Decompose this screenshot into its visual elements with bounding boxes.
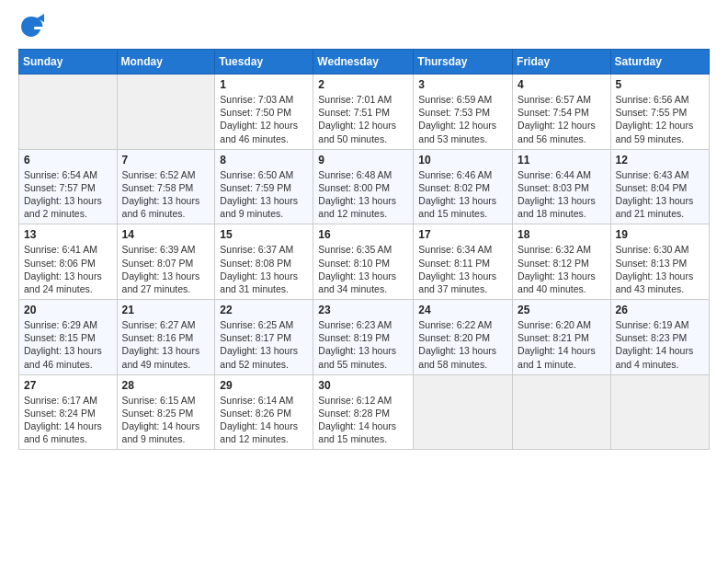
calendar-week-2: 6Sunrise: 6:54 AMSunset: 7:57 PMDaylight… [19,149,710,224]
day-detail: Sunrise: 6:34 AMSunset: 8:11 PMDaylight:… [418,243,507,295]
day-detail: Sunrise: 6:37 AMSunset: 8:08 PMDaylight:… [220,243,308,295]
calendar-cell: 13Sunrise: 6:41 AMSunset: 8:06 PMDayligh… [19,224,118,300]
calendar-cell: 12Sunrise: 6:43 AMSunset: 8:04 PMDayligh… [610,149,709,224]
logo [18,14,48,40]
day-number: 24 [418,304,507,316]
day-detail: Sunrise: 6:35 AMSunset: 8:10 PMDaylight:… [318,243,408,295]
day-number: 26 [616,304,704,316]
calendar-cell: 26Sunrise: 6:19 AMSunset: 8:23 PMDayligh… [610,300,709,375]
calendar-header-thursday: Thursday [414,50,513,75]
calendar-header-monday: Monday [117,50,215,75]
calendar-cell: 27Sunrise: 6:17 AMSunset: 8:24 PMDayligh… [19,374,118,450]
day-number: 7 [122,154,210,167]
day-detail: Sunrise: 6:54 AMSunset: 7:57 PMDaylight:… [24,168,112,221]
calendar-week-3: 13Sunrise: 6:41 AMSunset: 8:06 PMDayligh… [19,224,710,300]
day-number: 23 [318,304,408,316]
calendar-header-row: SundayMondayTuesdayWednesdayThursdayFrid… [19,50,710,75]
day-number: 25 [518,304,606,316]
day-number: 17 [418,228,507,241]
calendar-cell: 1Sunrise: 7:03 AMSunset: 7:50 PMDaylight… [215,75,313,150]
calendar-header-wednesday: Wednesday [313,50,414,75]
day-number: 2 [318,78,408,91]
day-detail: Sunrise: 6:59 AMSunset: 7:53 PMDaylight:… [418,93,507,145]
day-number: 11 [518,154,606,167]
calendar-cell [610,374,709,450]
calendar-cell [513,374,611,450]
calendar-header-saturday: Saturday [610,50,709,75]
calendar-cell: 28Sunrise: 6:15 AMSunset: 8:25 PMDayligh… [117,374,215,450]
calendar-header-sunday: Sunday [19,50,118,75]
day-number: 12 [616,154,704,167]
day-detail: Sunrise: 6:44 AMSunset: 8:03 PMDaylight:… [518,168,606,221]
calendar-cell: 3Sunrise: 6:59 AMSunset: 7:53 PMDaylight… [414,75,513,150]
day-detail: Sunrise: 6:12 AMSunset: 8:28 PMDaylight:… [318,394,408,446]
day-number: 13 [24,228,112,241]
day-detail: Sunrise: 6:15 AMSunset: 8:25 PMDaylight:… [122,394,210,446]
day-detail: Sunrise: 6:32 AMSunset: 8:12 PMDaylight:… [518,243,606,295]
calendar-cell: 22Sunrise: 6:25 AMSunset: 8:17 PMDayligh… [215,300,313,375]
day-detail: Sunrise: 6:14 AMSunset: 8:26 PMDaylight:… [220,394,308,446]
day-number: 29 [220,379,308,392]
calendar-cell: 15Sunrise: 6:37 AMSunset: 8:08 PMDayligh… [215,224,313,300]
day-number: 27 [24,379,112,392]
day-detail: Sunrise: 6:27 AMSunset: 8:16 PMDaylight:… [122,318,210,371]
calendar-cell [414,374,513,450]
calendar-cell: 16Sunrise: 6:35 AMSunset: 8:10 PMDayligh… [313,224,414,300]
day-number: 14 [122,228,210,241]
day-detail: Sunrise: 6:17 AMSunset: 8:24 PMDaylight:… [24,394,112,446]
calendar-cell: 14Sunrise: 6:39 AMSunset: 8:07 PMDayligh… [117,224,215,300]
calendar-header-friday: Friday [513,50,611,75]
day-number: 10 [418,154,507,167]
day-number: 16 [318,228,408,241]
calendar-cell: 30Sunrise: 6:12 AMSunset: 8:28 PMDayligh… [313,374,414,450]
calendar-cell: 11Sunrise: 6:44 AMSunset: 8:03 PMDayligh… [513,149,611,224]
calendar-cell: 9Sunrise: 6:48 AMSunset: 8:00 PMDaylight… [313,149,414,224]
calendar-cell: 19Sunrise: 6:30 AMSunset: 8:13 PMDayligh… [610,224,709,300]
day-number: 3 [418,78,507,91]
day-detail: Sunrise: 7:03 AMSunset: 7:50 PMDaylight:… [220,93,308,145]
day-detail: Sunrise: 6:29 AMSunset: 8:15 PMDaylight:… [24,318,112,371]
day-detail: Sunrise: 6:25 AMSunset: 8:17 PMDaylight:… [220,318,308,371]
calendar-week-5: 27Sunrise: 6:17 AMSunset: 8:24 PMDayligh… [19,374,710,450]
day-number: 15 [220,228,308,241]
calendar-cell: 4Sunrise: 6:57 AMSunset: 7:54 PMDaylight… [513,75,611,150]
day-detail: Sunrise: 6:52 AMSunset: 7:58 PMDaylight:… [122,168,210,221]
day-detail: Sunrise: 6:50 AMSunset: 7:59 PMDaylight:… [220,168,308,221]
day-detail: Sunrise: 6:20 AMSunset: 8:21 PMDaylight:… [518,318,606,371]
calendar-week-1: 1Sunrise: 7:03 AMSunset: 7:50 PMDaylight… [19,75,710,150]
header [18,14,710,40]
day-detail: Sunrise: 6:56 AMSunset: 7:55 PMDaylight:… [616,93,704,145]
calendar-cell: 23Sunrise: 6:23 AMSunset: 8:19 PMDayligh… [313,300,414,375]
calendar-week-4: 20Sunrise: 6:29 AMSunset: 8:15 PMDayligh… [19,300,710,375]
day-detail: Sunrise: 6:39 AMSunset: 8:07 PMDaylight:… [122,243,210,295]
day-number: 30 [318,379,408,392]
day-detail: Sunrise: 6:30 AMSunset: 8:13 PMDaylight:… [616,243,704,295]
calendar-cell: 18Sunrise: 6:32 AMSunset: 8:12 PMDayligh… [513,224,611,300]
day-detail: Sunrise: 6:23 AMSunset: 8:19 PMDaylight:… [318,318,408,371]
day-number: 20 [24,304,112,316]
day-number: 28 [122,379,210,392]
day-detail: Sunrise: 6:43 AMSunset: 8:04 PMDaylight:… [616,168,704,221]
day-number: 21 [122,304,210,316]
day-number: 1 [220,78,308,91]
calendar-header-tuesday: Tuesday [215,50,313,75]
calendar-table: SundayMondayTuesdayWednesdayThursdayFrid… [18,49,710,450]
page: SundayMondayTuesdayWednesdayThursdayFrid… [0,0,728,563]
day-detail: Sunrise: 6:19 AMSunset: 8:23 PMDaylight:… [616,318,704,371]
calendar-cell: 6Sunrise: 6:54 AMSunset: 7:57 PMDaylight… [19,149,118,224]
calendar-cell: 5Sunrise: 6:56 AMSunset: 7:55 PMDaylight… [610,75,709,150]
day-number: 18 [518,228,606,241]
calendar-cell: 29Sunrise: 6:14 AMSunset: 8:26 PMDayligh… [215,374,313,450]
day-number: 22 [220,304,308,316]
calendar-cell: 20Sunrise: 6:29 AMSunset: 8:15 PMDayligh… [19,300,118,375]
day-detail: Sunrise: 6:22 AMSunset: 8:20 PMDaylight:… [418,318,507,371]
calendar-cell [117,75,215,150]
calendar-cell: 21Sunrise: 6:27 AMSunset: 8:16 PMDayligh… [117,300,215,375]
calendar-cell: 17Sunrise: 6:34 AMSunset: 8:11 PMDayligh… [414,224,513,300]
logo-icon [18,14,44,40]
day-number: 5 [616,78,704,91]
day-number: 8 [220,154,308,167]
day-number: 9 [318,154,408,167]
day-detail: Sunrise: 6:41 AMSunset: 8:06 PMDaylight:… [24,243,112,295]
calendar-cell: 2Sunrise: 7:01 AMSunset: 7:51 PMDaylight… [313,75,414,150]
